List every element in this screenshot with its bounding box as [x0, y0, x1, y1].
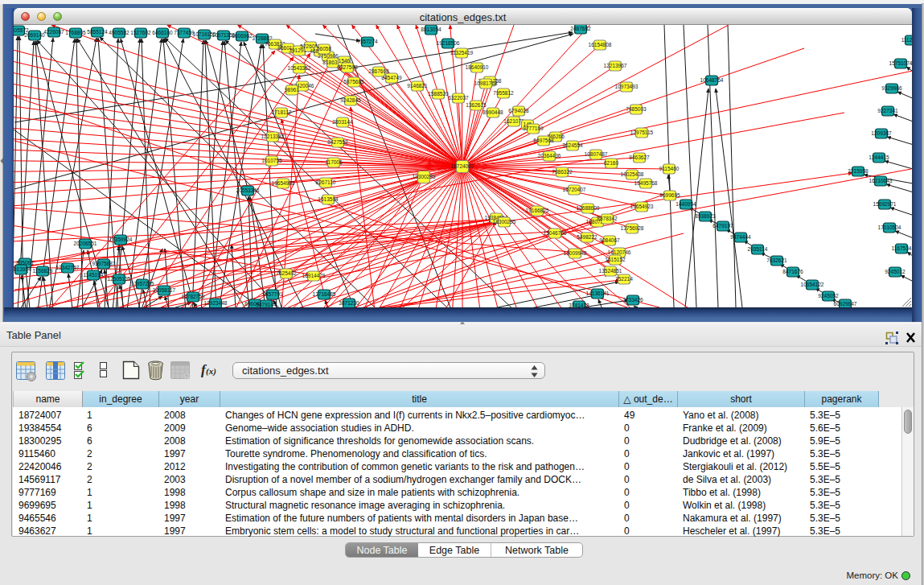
svg-text:3215958: 3215958 — [848, 168, 869, 174]
svg-text:19300293: 19300293 — [413, 174, 436, 179]
svg-text:62160: 62160 — [604, 160, 618, 166]
svg-text:6479197: 6479197 — [713, 223, 733, 229]
svg-text:12213382: 12213382 — [261, 134, 285, 139]
svg-text:1145194: 1145194 — [84, 272, 104, 278]
svg-text:19166825: 19166825 — [526, 208, 549, 213]
svg-text:2867608: 2867608 — [368, 68, 389, 74]
svg-text:8267110: 8267110 — [316, 179, 336, 185]
svg-text:19654923: 19654923 — [630, 204, 654, 209]
svg-text:16120746: 16120746 — [608, 249, 631, 255]
svg-text:9474444: 9474444 — [730, 234, 751, 240]
svg-text:6466160: 6466160 — [152, 30, 173, 35]
svg-text:13524851: 13524851 — [599, 268, 622, 274]
svg-text:93975887: 93975887 — [92, 261, 116, 266]
svg-text:7986322: 7986322 — [552, 169, 573, 175]
svg-text:1615152: 1615152 — [605, 257, 626, 262]
svg-text:18640910: 18640910 — [466, 64, 489, 70]
svg-text:20364436: 20364436 — [538, 153, 561, 159]
svg-text:20053346: 20053346 — [236, 187, 260, 193]
svg-text:7485003: 7485003 — [626, 106, 647, 112]
svg-text:3871230: 3871230 — [339, 300, 359, 306]
svg-text:1112736: 1112736 — [901, 37, 912, 43]
svg-text:15046766: 15046766 — [544, 230, 567, 236]
svg-text:8878342: 8878342 — [597, 216, 618, 221]
svg-text:12923448: 12923448 — [204, 300, 228, 306]
svg-text:98961: 98961 — [285, 87, 299, 93]
svg-text:7955812: 7955812 — [493, 90, 514, 96]
svg-text:9699695: 9699695 — [659, 192, 680, 198]
svg-text:13716485: 13716485 — [313, 291, 336, 297]
svg-text:10973493: 10973493 — [615, 84, 639, 89]
svg-text:9245052: 9245052 — [818, 293, 839, 299]
svg-text:16782759: 16782759 — [182, 294, 205, 299]
svg-text:14136141: 14136141 — [586, 290, 610, 296]
svg-text:5855124: 5855124 — [87, 29, 108, 35]
svg-text:10025438: 10025438 — [621, 171, 644, 177]
svg-text:1588520: 1588520 — [428, 91, 449, 97]
svg-text:18724007: 18724007 — [451, 163, 474, 169]
svg-text:17359924: 17359924 — [109, 237, 133, 242]
svg-text:8427552: 8427552 — [327, 139, 348, 145]
svg-text:16210643: 16210643 — [869, 178, 893, 183]
svg-text:12213967: 12213967 — [604, 63, 627, 68]
svg-text:9457791: 9457791 — [262, 291, 283, 297]
svg-text:1362615: 1362615 — [466, 102, 487, 108]
svg-text:7625402: 7625402 — [276, 270, 297, 276]
svg-text:2935114: 2935114 — [748, 246, 768, 252]
svg-text:17010504: 17010504 — [878, 225, 901, 230]
svg-text:17957255: 17957255 — [131, 281, 154, 286]
svg-text:7357274: 7357274 — [357, 39, 378, 44]
svg-text:1209387: 1209387 — [871, 130, 892, 136]
svg-text:9245012: 9245012 — [885, 269, 906, 274]
svg-text:1440954: 1440954 — [676, 201, 696, 207]
svg-text:60929647: 60929647 — [834, 301, 857, 307]
svg-text:4226067: 4226067 — [43, 29, 64, 35]
svg-text:9463627: 9463627 — [629, 154, 650, 160]
svg-text:10981768: 10981768 — [474, 80, 498, 86]
svg-text:15720407: 15720407 — [563, 187, 586, 192]
svg-text:3913954: 3913954 — [14, 266, 31, 272]
svg-text:16914479: 16914479 — [302, 273, 326, 278]
svg-text:12342757: 12342757 — [56, 265, 80, 270]
svg-text:10543362: 10543362 — [288, 65, 311, 71]
svg-text:4905582: 4905582 — [109, 30, 129, 35]
svg-text:14009948: 14009948 — [564, 250, 587, 256]
svg-text:9146821: 9146821 — [407, 83, 428, 89]
svg-text:5479144: 5479144 — [256, 302, 277, 307]
svg-text:9227341: 9227341 — [877, 108, 898, 113]
svg-text:56058: 56058 — [317, 46, 331, 51]
svg-text:3741438: 3741438 — [569, 303, 589, 307]
svg-text:252214: 252214 — [615, 276, 633, 282]
svg-text:10807487: 10807487 — [585, 151, 608, 157]
svg-text:12975115: 12975115 — [630, 130, 654, 135]
svg-text:(x): (x) — [206, 366, 216, 377]
svg-text:2487682: 2487682 — [570, 26, 591, 31]
svg-text:1733426: 1733426 — [622, 297, 643, 303]
svg-text:2069140: 2069140 — [24, 32, 45, 38]
svg-text:8471676: 8471676 — [782, 269, 803, 274]
svg-text:6497568: 6497568 — [533, 138, 554, 143]
svg-text:5498222: 5498222 — [577, 234, 598, 240]
svg-text:15495768: 15495768 — [634, 180, 658, 186]
svg-text:117006: 117006 — [325, 159, 343, 165]
svg-text:6322037: 6322037 — [448, 95, 469, 101]
svg-text:8813054: 8813054 — [421, 27, 441, 32]
svg-text:7377459: 7377459 — [174, 30, 195, 35]
svg-text:1513594: 1513594 — [318, 196, 339, 202]
svg-text:9084067: 9084067 — [599, 237, 620, 243]
svg-text:9115460: 9115460 — [659, 166, 680, 171]
svg-text:10958117: 10958117 — [153, 287, 176, 293]
svg-text:6794028: 6794028 — [508, 108, 529, 113]
svg-text:15751074: 15751074 — [889, 60, 912, 66]
svg-text:3624554: 3624554 — [562, 142, 583, 148]
svg-text:1156829: 1156829 — [33, 268, 53, 274]
svg-text:8938923: 8938923 — [695, 213, 716, 219]
svg-text:7632621: 7632621 — [766, 257, 787, 263]
svg-text:11325419: 11325419 — [450, 50, 474, 56]
svg-text:9777169: 9777169 — [523, 126, 544, 131]
svg-text:12505135: 12505135 — [108, 276, 131, 282]
svg-text:5875685: 5875685 — [343, 79, 364, 84]
svg-text:18300295: 18300295 — [493, 219, 516, 225]
svg-text:2718112: 2718112 — [272, 109, 292, 115]
svg-text:9329966: 9329966 — [881, 85, 902, 91]
